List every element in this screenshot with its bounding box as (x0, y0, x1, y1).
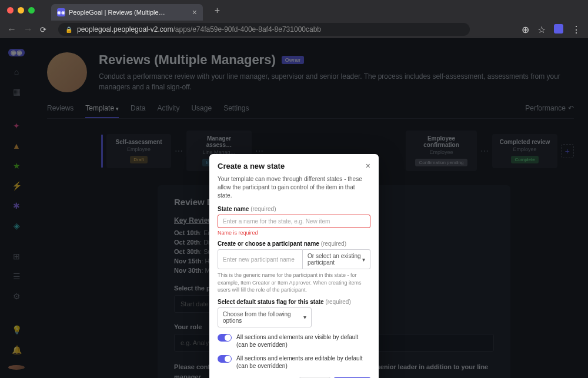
visible-toggle-label: All sections and elements are visible by… (236, 333, 370, 349)
status-flag-label: Select default status flag for this stat… (218, 299, 370, 305)
browser-url-bar: ← → ⟳ 🔒 peoplegoal.peoplegoal-v2.com/app… (0, 21, 588, 38)
editable-toggle-label: All sections and elements are editable b… (236, 354, 370, 370)
tab-close-icon[interactable]: × (192, 8, 197, 17)
editable-toggle[interactable] (218, 355, 232, 363)
browser-tab-bar: ◉◉ PeopleGoal | Reviews (Multiple… × + (0, 0, 588, 21)
tab-favicon-icon: ◉◉ (57, 8, 65, 16)
lock-icon: 🔒 (65, 26, 72, 33)
window-maximize[interactable] (28, 7, 35, 14)
window-minimize[interactable] (18, 7, 24, 14)
create-state-modal: Create a new state × Your template can m… (209, 154, 379, 378)
chevron-down-icon: ▾ (303, 314, 306, 320)
extension-icon[interactable] (554, 24, 563, 34)
status-flag-select[interactable]: Choose from the following options▾ (218, 307, 312, 327)
participant-hint: This is the generic name for the partici… (218, 272, 370, 294)
state-name-label: State name (required) (218, 206, 370, 212)
modal-description: Your template can move through different… (218, 175, 370, 200)
participant-label: Create or choose a participant name (req… (218, 240, 370, 247)
modal-title: Create a new state (218, 162, 285, 170)
url-text: peoplegoal.peoplegoal-v2.com/apps/e74fa5… (77, 25, 321, 34)
state-name-input[interactable] (218, 215, 370, 228)
reload-button[interactable]: ⟳ (40, 25, 46, 34)
browser-tab[interactable]: ◉◉ PeopleGoal | Reviews (Multiple… × (51, 4, 203, 21)
forward-button[interactable]: → (24, 24, 33, 35)
star-icon[interactable]: ☆ (537, 24, 546, 35)
chevron-down-icon: ▾ (362, 256, 365, 263)
back-button[interactable]: ← (7, 24, 16, 35)
error-message: Name is required (218, 230, 370, 236)
url-field[interactable]: 🔒 peoplegoal.peoplegoal-v2.com/apps/e74f… (58, 23, 470, 36)
new-tab-button[interactable]: + (215, 5, 220, 16)
close-icon[interactable]: × (366, 161, 370, 170)
participant-name-input[interactable] (218, 249, 303, 269)
participant-select[interactable]: Or select an existing participant▾ (303, 249, 370, 269)
window-close[interactable] (7, 7, 14, 14)
visible-toggle[interactable] (218, 334, 232, 342)
tab-title: PeopleGoal | Reviews (Multiple… (69, 9, 165, 16)
menu-icon[interactable]: ⋮ (572, 24, 581, 35)
search-icon[interactable]: ⊕ (522, 24, 529, 35)
